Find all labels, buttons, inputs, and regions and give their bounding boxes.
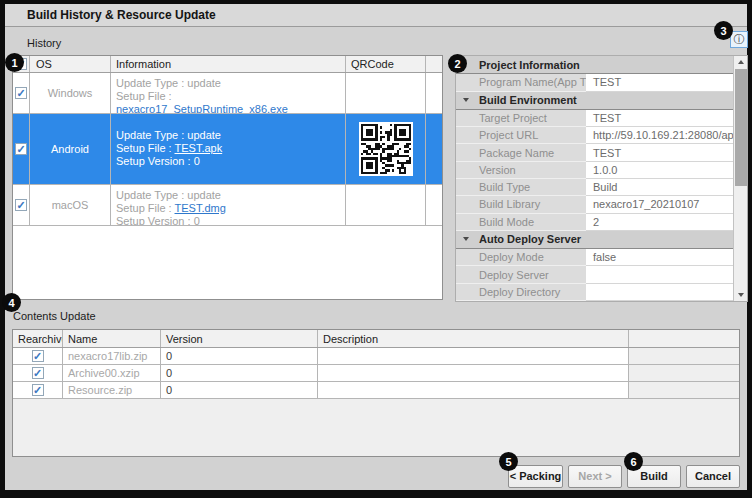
contents-version-cell: 0 xyxy=(161,365,318,381)
update-type-text: Update Type : update xyxy=(116,129,345,142)
property-value[interactable] xyxy=(586,266,733,283)
info-icon[interactable]: ⓘ xyxy=(730,31,748,48)
history-header-filler xyxy=(426,56,442,72)
annotation-badge-6: 6 xyxy=(624,452,643,471)
property-row: Project URL http://59.10.169.21:28080/ap… xyxy=(456,127,733,144)
property-row: Package Name TEST xyxy=(456,144,733,161)
scroll-down-arrow-icon[interactable] xyxy=(734,289,748,301)
property-row: Deploy Server xyxy=(456,266,733,283)
setup-file-line: Setup File : TEST.apk xyxy=(116,142,345,155)
contents-description-cell xyxy=(318,365,629,381)
property-value[interactable]: Build xyxy=(586,179,733,196)
setup-version-text: Setup Version : 0 xyxy=(116,215,345,225)
property-row: Version 1.0.0 xyxy=(456,162,733,179)
rearchive-checkbox[interactable] xyxy=(32,350,44,362)
contents-name-cell: Archive00.xzip xyxy=(63,365,161,381)
property-group-auto-deploy-server[interactable]: Auto Deploy Server xyxy=(456,231,733,249)
contents-header-description[interactable]: Description xyxy=(318,330,629,347)
qrcode-cell xyxy=(346,185,426,225)
information-cell: Update Type : update Setup File : nexacr… xyxy=(111,73,346,113)
row-checkbox[interactable] xyxy=(15,199,27,211)
contents-description-cell xyxy=(318,382,629,398)
property-group-label: Project Information xyxy=(456,59,580,71)
property-value[interactable]: http://59.10.169.21:28080/appbuil xyxy=(586,127,733,144)
property-row: Deploy Mode false xyxy=(456,249,733,266)
next-button[interactable]: Next > xyxy=(568,465,622,488)
scrollbar-thumb[interactable] xyxy=(735,69,747,186)
setup-file-link[interactable]: nexacro17_SetupRuntime_x86.exe xyxy=(116,103,288,113)
dialog-title: Build History & Resource Update xyxy=(27,4,216,27)
history-row-android[interactable]: Android Update Type : update Setup File … xyxy=(13,114,442,185)
property-value[interactable]: TEST xyxy=(586,110,733,127)
property-label: Project URL xyxy=(456,127,586,144)
scroll-up-arrow-icon[interactable] xyxy=(734,56,748,68)
contents-version-cell: 0 xyxy=(161,382,318,398)
property-row: Build Mode 2 xyxy=(456,214,733,231)
history-header-os[interactable]: OS xyxy=(30,56,111,72)
property-value[interactable]: TEST xyxy=(586,74,733,91)
property-label: Build Mode xyxy=(456,214,586,231)
property-value[interactable]: 2 xyxy=(586,214,733,231)
property-label: Program Name(App Title) xyxy=(456,74,586,91)
property-scrollbar[interactable] xyxy=(733,56,747,301)
row-checkbox[interactable] xyxy=(15,143,27,155)
contents-row[interactable]: Resource.zip 0 xyxy=(13,382,739,399)
property-grid: Project Information Program Name(App Tit… xyxy=(456,56,733,301)
dialog-titlebar: Build History & Resource Update xyxy=(5,4,747,27)
history-section-label: History xyxy=(27,37,61,49)
contents-header-version[interactable]: Version xyxy=(161,330,318,347)
property-group-project-information[interactable]: Project Information xyxy=(456,56,733,74)
setup-version-text: Setup Version : 0 xyxy=(116,155,345,168)
qr-code-image xyxy=(359,122,413,176)
property-value[interactable]: 1.0.0 xyxy=(586,162,733,179)
row-checkbox[interactable] xyxy=(15,87,27,99)
setup-file-link[interactable]: TEST.apk xyxy=(175,142,223,154)
build-history-dialog: Build History & Resource Update History … xyxy=(5,4,747,490)
os-cell: Android xyxy=(30,114,111,184)
property-value[interactable] xyxy=(586,284,733,301)
packing-button[interactable]: < Packing xyxy=(508,465,563,488)
history-header-qrcode[interactable]: QRCode xyxy=(346,56,426,72)
history-row-windows[interactable]: Windows Update Type : update Setup File … xyxy=(13,73,442,114)
property-label: Deploy Mode xyxy=(456,249,586,266)
property-value[interactable]: false xyxy=(586,249,733,266)
history-header-information[interactable]: Information xyxy=(111,56,346,72)
information-cell: Update Type : update Setup File : TEST.a… xyxy=(111,114,346,184)
project-properties-panel: Project Information Program Name(App Tit… xyxy=(455,55,748,302)
cancel-button[interactable]: Cancel xyxy=(686,465,740,488)
qrcode-cell xyxy=(346,73,426,113)
setup-file-line: Setup File : nexacro17_SetupRuntime_x86.… xyxy=(116,90,345,113)
property-group-label: Auto Deploy Server xyxy=(456,233,581,245)
property-row: Target Project TEST xyxy=(456,110,733,127)
history-header-row: OS Information QRCode xyxy=(13,56,442,73)
property-value[interactable]: TEST xyxy=(586,144,733,161)
property-row: Program Name(App Title) TEST xyxy=(456,74,733,91)
rearchive-checkbox[interactable] xyxy=(32,384,44,396)
history-row-macos[interactable]: macOS Update Type : update Setup File : … xyxy=(13,185,442,226)
property-label: Build Type xyxy=(456,179,586,196)
os-cell: Windows xyxy=(30,73,111,113)
setup-file-line: Setup File : TEST.dmg xyxy=(116,202,345,215)
contents-header-name[interactable]: Name xyxy=(63,330,161,347)
os-cell: macOS xyxy=(30,185,111,225)
history-table: OS Information QRCode Windows Update Typ… xyxy=(12,55,443,300)
contents-update-table: Rearchive Name Version Description nexac… xyxy=(12,329,740,457)
contents-row[interactable]: nexacro17lib.zip 0 xyxy=(13,348,739,365)
contents-name-cell: Resource.zip xyxy=(63,382,161,398)
property-group-label: Build Environment xyxy=(456,94,577,106)
property-label: Package Name xyxy=(456,144,586,161)
triangle-down-icon xyxy=(463,98,469,102)
property-group-build-environment[interactable]: Build Environment xyxy=(456,92,733,110)
rearchive-checkbox[interactable] xyxy=(32,367,44,379)
property-label: Version xyxy=(456,162,586,179)
contents-header-rearchive[interactable]: Rearchive xyxy=(13,330,63,347)
property-value[interactable]: nexacro17_20210107 xyxy=(586,196,733,213)
qrcode-cell xyxy=(346,114,426,184)
contents-row[interactable]: Archive00.xzip 0 xyxy=(13,365,739,382)
property-label: Deploy Server xyxy=(456,266,586,283)
triangle-down-icon xyxy=(463,237,469,241)
annotation-badge-2: 2 xyxy=(448,54,467,73)
property-row: Deploy Directory xyxy=(456,284,733,301)
property-label: Build Library xyxy=(456,196,586,213)
setup-file-link[interactable]: TEST.dmg xyxy=(175,202,226,214)
